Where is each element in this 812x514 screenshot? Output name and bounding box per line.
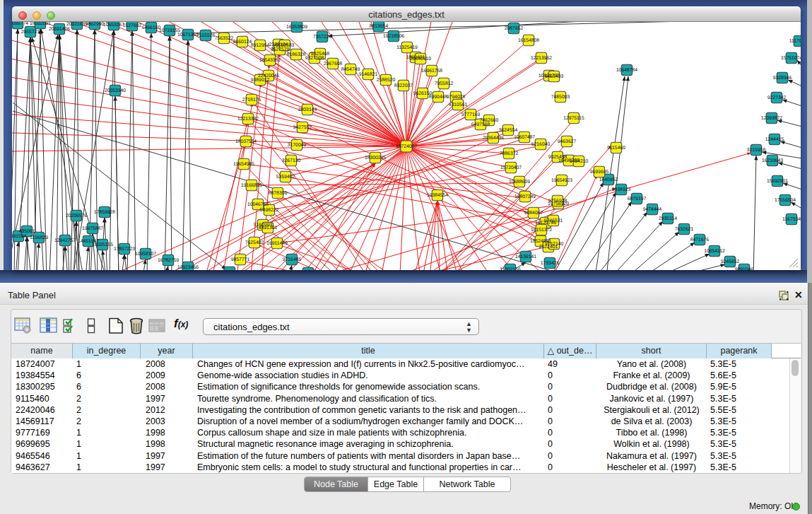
svg-text:20053340: 20053340 xyxy=(105,88,126,93)
svg-text:3267130: 3267130 xyxy=(282,158,301,163)
svg-text:10653267: 10653267 xyxy=(103,23,124,28)
svg-text:4310561: 4310561 xyxy=(449,103,468,107)
svg-text:17857223: 17857223 xyxy=(114,247,135,252)
svg-text:7485003: 7485003 xyxy=(551,95,570,100)
svg-text:20691406: 20691406 xyxy=(49,27,70,32)
svg-text:10607487: 10607487 xyxy=(514,135,535,140)
svg-text:8813054: 8813054 xyxy=(370,24,389,29)
svg-text:3170049: 3170049 xyxy=(288,143,307,148)
svg-text:9862990: 9862990 xyxy=(86,22,105,27)
svg-text:13505155: 13505155 xyxy=(92,243,113,247)
svg-text:9699695: 9699695 xyxy=(590,170,609,175)
svg-text:14136141: 14136141 xyxy=(515,255,536,259)
svg-text:3624554: 3624554 xyxy=(499,128,518,133)
svg-text:8471676: 8471676 xyxy=(690,238,710,243)
svg-text:8322037: 8322037 xyxy=(394,83,413,88)
svg-text:16911440: 16911440 xyxy=(266,241,288,246)
svg-text:6466160: 6466160 xyxy=(142,25,161,30)
svg-text:10671355: 10671355 xyxy=(177,33,199,37)
svg-text:7886372: 7886372 xyxy=(500,151,519,156)
svg-text:9756928: 9756928 xyxy=(548,199,567,204)
svg-text:18807249: 18807249 xyxy=(514,194,536,199)
svg-text:16543382: 16543382 xyxy=(259,58,281,63)
svg-text:12975115: 12975115 xyxy=(563,116,584,121)
svg-text:9857771: 9857771 xyxy=(231,257,250,262)
svg-text:1156829: 1156829 xyxy=(30,235,48,240)
svg-text:991594: 991594 xyxy=(12,234,27,239)
svg-text:15751074: 15751074 xyxy=(781,56,801,61)
svg-text:19218506: 19218506 xyxy=(383,34,404,39)
svg-text:20021639: 20021639 xyxy=(66,22,88,27)
svg-text:18300295: 18300295 xyxy=(365,156,386,160)
svg-text:12942757: 12942757 xyxy=(54,238,76,243)
svg-text:10046768: 10046768 xyxy=(247,202,269,207)
svg-text:10654112: 10654112 xyxy=(704,249,725,254)
svg-text:8454749: 8454749 xyxy=(341,67,360,72)
svg-text:6879197: 6879197 xyxy=(628,197,647,201)
svg-text:2935114: 2935114 xyxy=(659,216,677,221)
svg-text:6497568: 6497568 xyxy=(471,122,490,127)
svg-text:9328946: 9328946 xyxy=(773,76,792,81)
svg-text:10648784: 10648784 xyxy=(616,68,637,73)
svg-text:9325468: 9325468 xyxy=(311,52,330,57)
svg-text:9327508: 9327508 xyxy=(305,56,324,61)
svg-text:2803144: 2803144 xyxy=(298,107,317,112)
svg-text:19099774: 19099774 xyxy=(12,22,28,26)
svg-text:17859928: 17859928 xyxy=(94,210,115,215)
svg-text:8938923: 8938923 xyxy=(612,187,631,192)
svg-text:17016504: 17016504 xyxy=(775,198,796,203)
svg-text:8990448: 8990448 xyxy=(429,95,448,100)
svg-text:7625402: 7625402 xyxy=(245,240,264,245)
svg-text:2588520: 2588520 xyxy=(377,78,396,83)
svg-text:16053809: 16053809 xyxy=(286,25,307,30)
svg-text:18724007: 18724007 xyxy=(396,144,417,149)
svg-text:8878350: 8878350 xyxy=(269,191,288,196)
svg-text:1244415: 1244415 xyxy=(765,137,784,142)
svg-text:9084067: 9084067 xyxy=(524,211,543,216)
svg-text:9227342: 9227342 xyxy=(767,95,787,100)
svg-text:3215958: 3215958 xyxy=(747,148,766,153)
svg-text:10688609: 10688609 xyxy=(509,180,530,185)
svg-text:12093872: 12093872 xyxy=(761,116,782,121)
svg-text:7357224: 7357224 xyxy=(313,35,332,40)
svg-text:9389012: 9389012 xyxy=(251,78,270,83)
svg-text:9427552: 9427552 xyxy=(293,125,312,130)
svg-text:15720407: 15720407 xyxy=(500,165,522,170)
svg-text:12213962: 12213962 xyxy=(531,56,552,61)
svg-text:9463627: 9463627 xyxy=(558,139,577,144)
svg-text:5498222: 5498222 xyxy=(260,208,279,213)
svg-text:9891046: 9891046 xyxy=(735,267,754,270)
svg-text:16210643: 16210643 xyxy=(762,158,783,163)
svg-text:9463493: 9463493 xyxy=(545,74,564,79)
svg-text:9716485: 9716485 xyxy=(283,257,302,262)
svg-text:9777169: 9777169 xyxy=(461,112,481,117)
svg-text:9794028: 9794028 xyxy=(447,95,466,100)
svg-text:9474444: 9474444 xyxy=(643,207,662,212)
svg-text:2087652: 2087652 xyxy=(505,26,524,31)
svg-text:20206576: 20206576 xyxy=(66,214,87,218)
svg-text:19384554: 19384554 xyxy=(427,193,448,198)
svg-text:435061: 435061 xyxy=(19,229,35,234)
svg-text:1167534: 1167534 xyxy=(782,217,801,222)
svg-text:11302156: 11302156 xyxy=(500,267,521,270)
svg-text:15692901: 15692901 xyxy=(767,179,788,184)
svg-text:5359402: 5359402 xyxy=(276,175,295,180)
svg-text:9245652: 9245652 xyxy=(721,259,740,264)
svg-text:8186328: 8186328 xyxy=(287,52,306,57)
svg-text:6216040: 6216040 xyxy=(531,142,551,147)
svg-text:19654923: 19654923 xyxy=(551,178,572,183)
svg-text:16151372: 16151372 xyxy=(531,228,552,233)
svg-text:19975887: 19975887 xyxy=(82,226,103,231)
svg-text:7955812: 7955812 xyxy=(435,81,454,86)
svg-text:9464210: 9464210 xyxy=(570,159,589,164)
svg-text:1733426: 1733426 xyxy=(541,261,560,266)
svg-text:7515526: 7515526 xyxy=(196,33,216,38)
svg-text:7563522: 7563522 xyxy=(215,36,234,41)
svg-text:11325419: 11325419 xyxy=(396,45,418,50)
svg-text:3527579: 3527579 xyxy=(271,47,290,52)
svg-text:2055721: 2055721 xyxy=(21,30,40,35)
svg-text:7462660: 7462660 xyxy=(480,118,499,123)
svg-text:18107554: 18107554 xyxy=(235,139,257,144)
svg-text:19654985: 19654985 xyxy=(233,162,254,167)
svg-text:2967608: 2967608 xyxy=(324,62,343,66)
